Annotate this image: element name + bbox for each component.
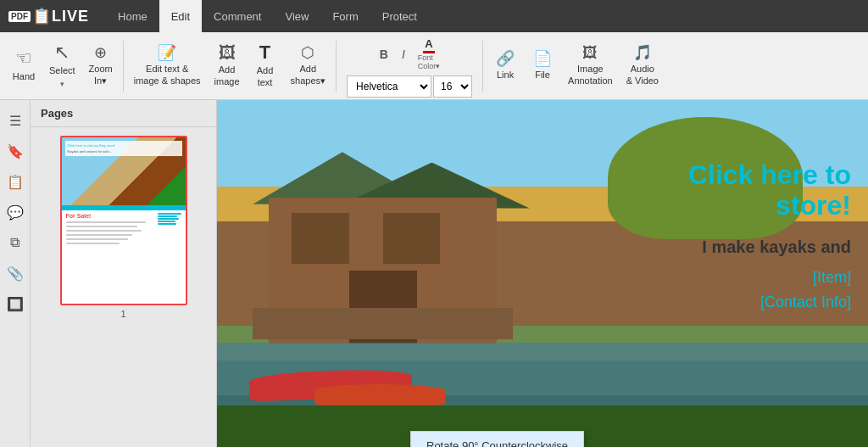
deck [253, 308, 513, 339]
page-1-container: Click here to visit my Etsy store! Kayak… [60, 136, 187, 319]
sidebar-stamp-icon[interactable]: 🔲 [3, 292, 27, 316]
thumb-right-1 [158, 213, 181, 215]
audio-video-button[interactable]: 🎵 Audio& Video [620, 36, 665, 96]
pdf-content: Click here to store! I make kayaks and [… [217, 100, 868, 447]
image-annotation-icon: 🖼 [582, 45, 598, 60]
menu-edit[interactable]: Edit [159, 0, 202, 32]
sidebar-hand-icon[interactable]: ☰ [3, 109, 27, 132]
add-shapes-icon: ⬡ [301, 45, 314, 60]
overlay-text: Click here to store! I make kayaks and [… [671, 152, 868, 319]
thumb-desc-2 [66, 226, 137, 227]
font-name-select[interactable]: Helvetica [347, 75, 431, 98]
link-icon: 🔗 [496, 51, 515, 66]
zoom-label: ZoomIn▾ [89, 64, 113, 86]
thumb-right-col [158, 213, 181, 301]
add-shapes-button[interactable]: ⬡ Addshapes▾ [284, 36, 332, 96]
thumb-text-col: For Sale! [66, 213, 155, 301]
add-text-label: Addtext [257, 65, 274, 87]
bold-button[interactable]: B [374, 45, 394, 64]
thumb-for-sale: For Sale! [66, 213, 155, 219]
edit-text-icon: 📝 [158, 45, 176, 60]
pages-header: Pages [31, 100, 216, 127]
page-thumb-inner: Click here to visit my Etsy store! Kayak… [62, 137, 186, 304]
menu-view[interactable]: View [273, 0, 320, 32]
menu-home[interactable]: Home [106, 0, 159, 32]
logo-icon: PDF [8, 11, 31, 22]
edit-text-label: Edit text &image & shapes [134, 64, 201, 86]
add-image-button[interactable]: 🖼 Addimage [208, 36, 247, 96]
sidebar-attachment-icon[interactable]: 📎 [3, 261, 27, 285]
sidebar-layers-icon[interactable]: ⧉ [3, 231, 27, 254]
file-label: File [535, 70, 550, 81]
boat-2 [314, 384, 445, 405]
thumb-right-4 [158, 221, 175, 222]
context-menu: Rotate 90° Counterclockwise Rotate 90° C… [410, 431, 584, 447]
context-menu-rotate-ccw[interactable]: Rotate 90° Counterclockwise [411, 432, 583, 447]
audio-video-icon: 🎵 [633, 45, 652, 60]
italic-button[interactable]: I [396, 45, 411, 64]
audio-video-label: Audio& Video [626, 64, 659, 86]
thumb-right-2 [158, 215, 178, 217]
menu-form[interactable]: Form [320, 0, 370, 32]
select-icon: ↖ [54, 43, 70, 62]
thumb-desc-5 [66, 238, 129, 240]
font-color-button[interactable]: A FontColor▾ [413, 34, 446, 74]
font-color-label: A [425, 37, 432, 50]
sidebar-comment-icon[interactable]: 💬 [3, 200, 27, 224]
main-area: ☰ 🔖 📋 💬 ⧉ 📎 🔲 Pages Click here to visit … [0, 100, 868, 447]
pages-panel: Pages Click here to visit my Etsy store!… [31, 100, 217, 447]
app-logo: PDF 📋LIVE [8, 7, 89, 25]
hand-button[interactable]: ☜ Hand [5, 36, 42, 96]
thumb-desc-4 [66, 234, 133, 236]
click-here-text: Click here to store! [688, 160, 851, 220]
menu-protect[interactable]: Protect [370, 0, 429, 32]
pages-list: Click here to visit my Etsy store! Kayak… [31, 127, 216, 447]
window-2 [383, 213, 440, 264]
image-annotation-button[interactable]: 🖼 ImageAnnotation [561, 36, 620, 96]
thumb-desc-6 [66, 243, 120, 244]
add-text-button[interactable]: T Addtext [247, 36, 284, 96]
add-image-label: Addimage [214, 64, 240, 87]
thumb-right-3 [158, 218, 179, 220]
divider-3 [482, 41, 483, 92]
link-label: Link [497, 70, 514, 81]
edit-text-button[interactable]: 📝 Edit text &image & shapes [127, 36, 208, 96]
font-size-select[interactable]: 16 [433, 75, 472, 98]
hand-icon: ☜ [15, 49, 32, 68]
left-sidebar: ☰ 🔖 📋 💬 ⧉ 📎 🔲 [0, 100, 31, 447]
page-number-1: 1 [120, 309, 125, 319]
zoom-icon: ⊕ [94, 45, 107, 60]
file-button[interactable]: 📄 File [524, 36, 561, 96]
window-1 [292, 213, 348, 264]
image-annotation-label: ImageAnnotation [568, 64, 613, 86]
thumb-right-5 [158, 223, 176, 225]
font-color-text: FontColor▾ [418, 53, 441, 70]
menu-comment[interactable]: Comment [202, 0, 273, 32]
divider-1 [123, 41, 124, 92]
item-text: [Item] [688, 269, 851, 287]
thumb-desc-1 [66, 221, 147, 223]
zoom-button[interactable]: ⊕ ZoomIn▾ [82, 36, 120, 96]
toolbar: ☜ Hand ↖ Select ▾ ⊕ ZoomIn▾ 📝 Edit text … [0, 32, 868, 100]
file-icon: 📄 [533, 51, 552, 66]
sidebar-pages-icon[interactable]: 📋 [3, 170, 27, 193]
add-image-icon: 🖼 [219, 44, 236, 61]
font-controls: B I A FontColor▾ Helvetica 16 [340, 34, 479, 98]
we-make-text: I make kayaks and [688, 237, 851, 257]
thumb-content: For Sale! [62, 210, 186, 304]
thumb-desc-3 [66, 230, 142, 232]
thumb-photo-overlay: Click here to visit my Etsy store! Kayak… [65, 141, 182, 156]
contact-text: [Contact Info] [688, 293, 851, 311]
select-arrow: ▾ [60, 80, 64, 88]
building-structure [269, 152, 594, 360]
divider-2 [336, 41, 337, 92]
logo-text: 📋LIVE [32, 7, 89, 25]
link-button[interactable]: 🔗 Link [487, 36, 524, 96]
add-text-icon: T [259, 43, 270, 62]
menu-bar: PDF 📋LIVE Home Edit Comment View Form Pr… [0, 0, 868, 32]
add-shapes-label: Addshapes▾ [291, 64, 326, 86]
thumb-photo: Click here to visit my Etsy store! Kayak… [62, 137, 186, 205]
page-1-thumbnail[interactable]: Click here to visit my Etsy store! Kayak… [60, 136, 187, 305]
select-button[interactable]: ↖ Select ▾ [42, 36, 82, 96]
sidebar-bookmark-icon[interactable]: 🔖 [3, 139, 27, 163]
